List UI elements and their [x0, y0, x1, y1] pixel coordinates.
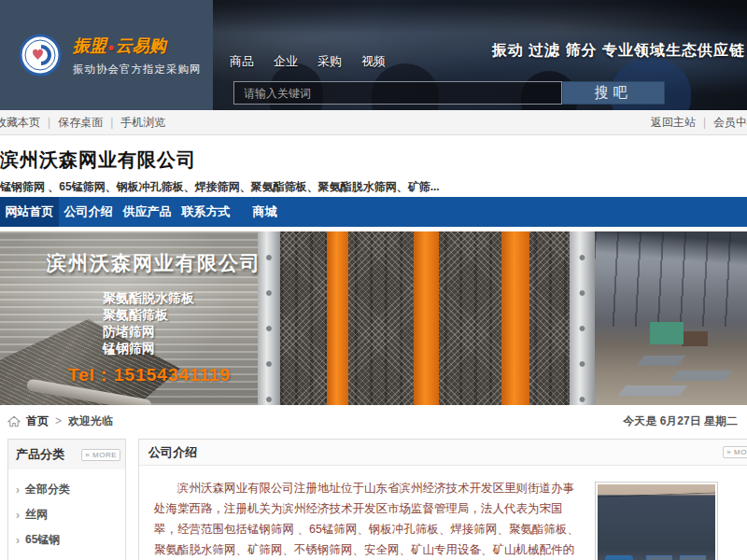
- company-photo: [595, 482, 718, 560]
- factory-floor-sheet: [618, 385, 688, 396]
- utility-right: 返回主站 | 会员中心: [651, 115, 747, 131]
- date-text: 今天是 6月27日 星期二: [623, 413, 740, 429]
- mobile-browse-link[interactable]: 手机浏览: [120, 115, 165, 131]
- photo-roofline: [598, 491, 715, 498]
- sidebar-item-65-manganese[interactable]: › 65锰钢: [16, 532, 118, 548]
- header-nav-purchasing[interactable]: 采购: [317, 53, 342, 70]
- photo-door: [605, 555, 633, 560]
- factory-floor-sheet: [637, 356, 686, 366]
- product-category-header: 产品分类 » MORE: [8, 440, 125, 469]
- logo-title-right: 云易购: [116, 36, 166, 55]
- logo-subtitle: 振动协会官方指定采购网: [73, 63, 202, 77]
- banner-orange-stripe: [414, 231, 439, 405]
- chevron-right-icon: ›: [16, 483, 20, 497]
- banner-product-list: 聚氨酯脱水筛板 聚氨酯筛板 防堵筛网 锰钢筛网: [103, 289, 194, 357]
- panel-title: 产品分类: [16, 446, 64, 463]
- factory-roof: [595, 231, 747, 327]
- banner-product: 防堵筛网: [103, 323, 194, 340]
- company-photo-image: [598, 484, 715, 560]
- intro-paragraph: 滨州沃森网业有限公司注册地址位于山东省滨州经济技术开发区里则街道办事处海棠西路，…: [154, 482, 579, 560]
- company-keywords: 锰钢筛网 、65锰筛网、钢板冲孔筛板、焊接筛网、聚氨酯筛板、聚氨酯脱水筛网、矿筛…: [0, 179, 747, 195]
- banner-telephone: Tel：15154341119: [68, 363, 231, 387]
- banner: 滨州沃森网业有限公司 聚氨酯脱水筛板 聚氨酯筛板 防堵筛网 锰钢筛网 Tel：1…: [0, 231, 747, 405]
- nav-item-products[interactable]: 供应产品: [118, 197, 176, 227]
- banner-orange-stripe: [501, 231, 529, 405]
- breadcrumb-home-link[interactable]: 首页: [26, 413, 49, 429]
- nav-item-contact[interactable]: 联系方式: [176, 197, 235, 227]
- photo-window: [646, 555, 672, 560]
- member-center-link[interactable]: 会员中心: [713, 115, 747, 131]
- company-name: 滨州沃森网业有限公司: [0, 147, 747, 173]
- search-bar: 搜吧: [233, 81, 665, 105]
- logo-title: 振盟●云易购: [73, 35, 202, 57]
- banner-metal-bar: [570, 231, 595, 405]
- sidebar-item-label: 全部分类: [25, 482, 70, 497]
- breadcrumb-current: 欢迎光临: [68, 413, 113, 429]
- sidebar: 产品分类 » MORE › 全部分类 › 丝网 › 65锰钢: [7, 439, 126, 560]
- panel-title: 公司介绍: [148, 444, 197, 461]
- banner-company-name: 滨州沃森网业有限公司: [47, 250, 261, 276]
- header-nav: 商品 企业 采购 视频: [230, 53, 386, 70]
- home-icon: [7, 415, 21, 427]
- back-to-main-site-link[interactable]: 返回主站: [651, 115, 696, 131]
- product-category-list: › 全部分类 › 丝网 › 65锰钢: [8, 469, 125, 560]
- logo-title-left: 振盟: [73, 36, 106, 55]
- separator: |: [110, 116, 113, 129]
- utility-left: 收藏本页 | 保存桌面 | 手机浏览: [0, 115, 165, 131]
- breadcrumb: 首页 > 欢迎光临 今天是 6月27日 星期二: [0, 405, 747, 437]
- sidebar-item-wire-mesh[interactable]: › 丝网: [16, 507, 118, 523]
- sidebar-item-label: 丝网: [25, 507, 48, 523]
- favorite-page-link[interactable]: 收藏本页: [0, 115, 40, 131]
- sidebar-item-label: 65锰钢: [25, 532, 60, 548]
- company-intro-header: 公司介绍 » MORE: [139, 440, 747, 466]
- header-nav-products[interactable]: 商品: [230, 53, 254, 70]
- separator: |: [48, 116, 50, 129]
- photo-window: [680, 555, 706, 560]
- banner-product: 聚氨酯筛板: [103, 306, 194, 323]
- header-nav-companies[interactable]: 企业: [274, 53, 298, 70]
- banner-factory-photo: [595, 231, 747, 405]
- banner-product: 锰钢筛网: [103, 340, 194, 357]
- page: 振盟●云易购 振动协会官方指定采购网 振动 过滤 筛分 专业领域生态供应链 商品…: [0, 0, 747, 560]
- nav-item-home[interactable]: 网站首页: [0, 197, 59, 227]
- header-slogan: 振动 过滤 筛分 专业领域生态供应链: [492, 41, 745, 61]
- logo-dot-icon: ●: [106, 40, 116, 54]
- nav-item-mall[interactable]: 商城: [235, 197, 294, 227]
- banner-product: 聚氨酯脱水筛板: [103, 289, 194, 306]
- main-nav: 网站首页 公司介绍 供应产品 联系方式 商城: [0, 197, 747, 227]
- search-button[interactable]: 搜吧: [562, 81, 665, 105]
- more-button[interactable]: » MORE: [723, 446, 747, 458]
- nav-item-company-intro[interactable]: 公司介绍: [59, 197, 118, 227]
- banner-orange-stripe: [327, 231, 348, 405]
- company-heading: 滨州沃森网业有限公司 锰钢筛网 、65锰筛网、钢板冲孔筛板、焊接筛网、聚氨酯筛板…: [0, 135, 747, 197]
- header-nav-videos[interactable]: 视频: [361, 53, 386, 70]
- header-photo: 振动 过滤 筛分 专业领域生态供应链 商品 企业 采购 视频 搜吧: [213, 0, 747, 110]
- product-category-panel: 产品分类 » MORE › 全部分类 › 丝网 › 65锰钢: [7, 439, 126, 560]
- company-intro-body: 滨州沃森网业有限公司注册地址位于山东省滨州经济技术开发区里则街道办事处海棠西路，…: [139, 466, 747, 560]
- factory-machine: [650, 322, 684, 344]
- site-logo[interactable]: 振盟●云易购 振动协会官方指定采购网: [0, 0, 213, 110]
- top-header: 振盟●云易购 振动协会官方指定采购网 振动 过滤 筛分 专业领域生态供应链 商品…: [0, 0, 747, 110]
- chevron-right-icon: ›: [16, 509, 20, 522]
- content: 产品分类 » MORE › 全部分类 › 丝网 › 65锰钢: [0, 437, 747, 560]
- factory-floor-sheet: [669, 371, 732, 381]
- save-desktop-link[interactable]: 保存桌面: [58, 115, 103, 131]
- separator: |: [703, 116, 706, 129]
- chevron-right-icon: ›: [16, 534, 20, 547]
- logo-text: 振盟●云易购 振动协会官方指定采购网: [73, 35, 202, 77]
- sidebar-item-all-categories[interactable]: › 全部分类: [16, 482, 118, 497]
- more-button[interactable]: » MORE: [81, 449, 120, 461]
- search-input[interactable]: [233, 81, 562, 105]
- utility-bar: 收藏本页 | 保存桌面 | 手机浏览 返回主站 | 会员中心: [0, 110, 747, 135]
- breadcrumb-arrow: >: [55, 414, 62, 427]
- company-intro-panel: 公司介绍 » MORE 滨州沃森网业有限公司注册地址位于山东省滨州经济技术开发区…: [138, 439, 747, 560]
- logo-emblem-icon: [19, 34, 62, 77]
